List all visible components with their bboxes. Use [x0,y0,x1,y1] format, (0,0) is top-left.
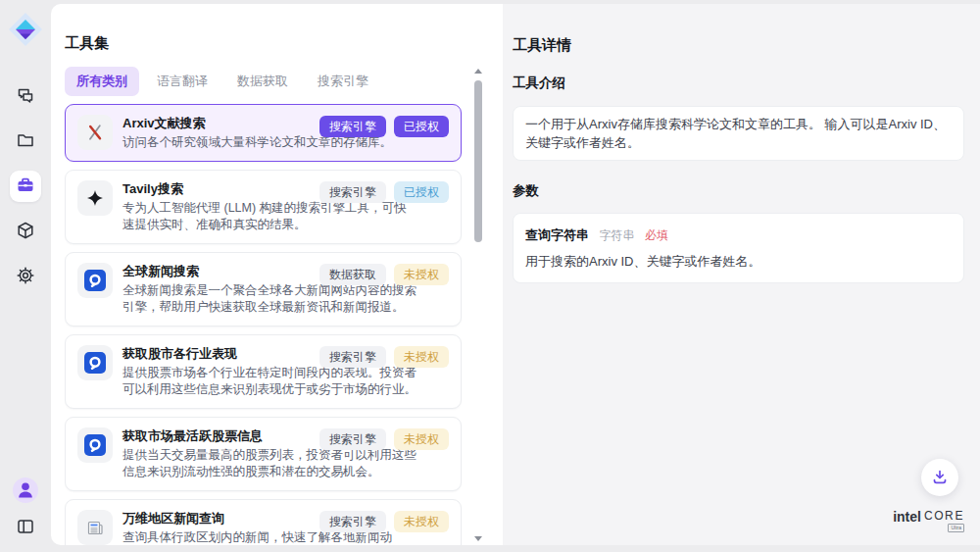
tool-badges: 搜索引擎 已授权 [319,181,449,203]
brand-core-block: core Ultra [924,510,964,532]
tool-description: 提供当天交易量最高的股票列表，投资者可以利用这些信息来识别流动性强的股票和潜在的… [122,447,416,480]
stock-sectors-icon [77,345,113,380]
category-badge: 搜索引擎 [319,181,386,203]
tab-search-engine[interactable]: 搜索引擎 [306,67,380,96]
toolbox-icon [16,176,35,198]
user-avatar-icon [13,477,38,503]
brand-core-text: core [924,510,964,523]
params-heading: 参数 [513,182,964,200]
tab-all-categories[interactable]: 所有类别 [65,67,139,96]
newspaper-icon [77,510,113,545]
parameter-type: 字符串 [599,228,634,242]
sidebar-item-models[interactable] [10,216,41,247]
auth-status-badge: 已授权 [394,116,449,137]
tool-list: Arxiv文献搜索 访问各个研究领域大量科学论文和文章的存储库。 搜索引擎 已授… [65,104,503,545]
arxiv-icon [77,115,113,150]
sidebar-item-chat[interactable] [10,80,41,112]
tool-intro-text: 一个用于从Arxiv存储库搜索科学论文和文章的工具。 输入可以是Arxiv ID… [513,106,964,161]
category-badge: 搜索引擎 [319,346,386,368]
parameter-header: 查询字符串 字符串 必填 [525,226,952,244]
category-badge: 搜索引擎 [319,428,386,450]
brand-intel-text: intel [893,510,921,524]
app-logo-icon [8,12,43,47]
brand-ultra-badge: Ultra [948,524,964,532]
gear-icon [16,266,35,288]
auth-status-badge: 未授权 [394,346,449,368]
category-tabs: 所有类别 语言翻译 数据获取 搜索引擎 [65,67,503,96]
sparkle-icon [77,180,113,216]
tool-badges: 搜索引擎 未授权 [319,428,449,450]
news-search-icon [77,263,113,298]
cube-icon [16,221,35,243]
parameter-card: 查询字符串 字符串 必填 用于搜索的Arxiv ID、关键字或作者姓名。 [513,213,964,283]
category-badge: 搜索引擎 [319,116,386,137]
content-frame: 工具集 所有类别 语言翻译 数据获取 搜索引擎 A [51,4,980,545]
tool-badges: 搜索引擎 已授权 [319,116,449,137]
tool-card-arxiv[interactable]: Arxiv文献搜索 访问各个研究领域大量科学论文和文章的存储库。 搜索引擎 已授… [65,104,462,162]
tool-card-active-stocks[interactable]: 获取市场最活跃股票信息 提供当天交易量最高的股票列表，投资者可以利用这些信息来识… [65,417,462,491]
tool-description: 提供股票市场各个行业在特定时间段内的表现。投资者可以利用这些信息来识别表现优于或… [122,365,416,398]
user-avatar[interactable] [13,477,38,503]
collapse-sidebar-button[interactable] [11,513,40,542]
tool-details-panel: 工具详情 工具介绍 一个用于从Arxiv存储库搜索科学论文和文章的工具。 输入可… [503,4,980,545]
active-stocks-icon [77,427,113,463]
category-badge: 数据获取 [319,264,386,285]
tool-description: 全球新闻搜索是一个聚合全球各大新闻网站内容的搜索引擎，帮助用户快速获取全球最新资… [122,282,416,316]
tool-card-regional-news[interactable]: 万维地区新闻查询 查询具体行政区划内的新闻，快速了解各地新闻动 搜索引擎 未授权 [65,499,462,545]
auth-status-badge: 未授权 [394,428,449,450]
parameter-description: 用于搜索的Arxiv ID、关键字或作者姓名。 [525,253,952,271]
tool-badges: 搜索引擎 未授权 [319,511,449,532]
auth-status-badge: 已授权 [394,181,449,203]
sidebar [0,0,51,552]
chat-icon [16,85,35,108]
parameter-name: 查询字符串 [525,227,589,242]
sidebar-item-files[interactable] [10,125,41,157]
app-root: 工具集 所有类别 语言翻译 数据获取 搜索引擎 A [0,0,980,552]
scrollbar[interactable] [474,69,482,541]
download-button[interactable] [921,459,958,496]
tool-card-sector-performance[interactable]: 获取股市各行业表现 提供股票市场各个行业在特定时间段内的表现。投资者可以利用这些… [65,334,462,409]
tab-language-translation[interactable]: 语言翻译 [145,67,220,96]
tool-badges: 数据获取 未授权 [319,264,449,285]
sidebar-item-tools[interactable] [10,171,41,202]
auth-status-badge: 未授权 [394,264,449,285]
parameter-required-flag: 必填 [645,228,668,242]
intel-core-logo: intel core Ultra [893,510,964,532]
folder-icon [16,130,35,153]
auth-status-badge: 未授权 [394,511,449,532]
tab-data-acquisition[interactable]: 数据获取 [225,67,300,96]
category-badge: 搜索引擎 [319,511,386,532]
tool-description: 专为人工智能代理 (LLM) 构建的搜索引擎工具，可快速提供实时、准确和真实的结… [122,200,416,233]
tools-panel: 工具集 所有类别 语言翻译 数据获取 搜索引擎 A [51,4,503,545]
download-icon [930,467,950,489]
intro-heading: 工具介绍 [513,75,964,92]
details-title: 工具详情 [513,36,964,53]
tool-badges: 搜索引擎 未授权 [319,346,449,368]
panel-toggle-icon [16,517,35,539]
scrollbar-up-arrow[interactable] [474,69,482,74]
page-title: 工具集 [65,34,503,51]
scrollbar-down-arrow[interactable] [474,536,482,541]
tool-card-tavily[interactable]: Tavily搜索 专为人工智能代理 (LLM) 构建的搜索引擎工具，可快速提供实… [65,170,462,244]
tool-card-global-news[interactable]: 全球新闻搜索 全球新闻搜索是一个聚合全球各大新闻网站内容的搜索引擎，帮助用户快速… [65,252,462,326]
scrollbar-thumb[interactable] [474,80,482,242]
sidebar-item-settings[interactable] [10,261,41,292]
